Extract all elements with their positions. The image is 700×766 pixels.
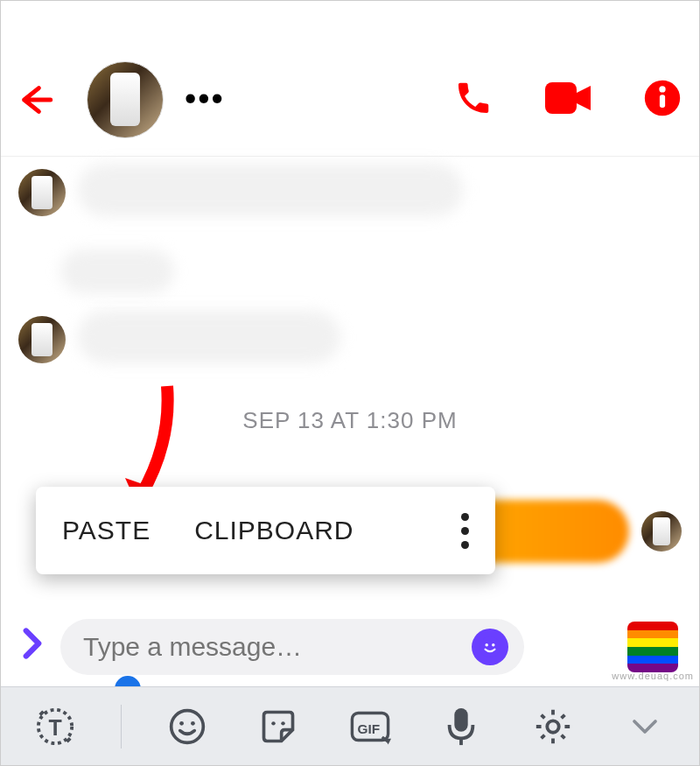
paste-button[interactable]: PASTE [62, 516, 150, 545]
back-arrow-icon [18, 82, 53, 117]
svg-rect-16 [455, 707, 468, 731]
emoji-button[interactable] [161, 707, 214, 746]
phone-icon [454, 79, 493, 117]
chevron-right-icon [22, 628, 43, 659]
contact-avatar[interactable] [87, 61, 164, 138]
svg-point-9 [171, 710, 203, 742]
clipboard-button[interactable]: CLIPBOARD [194, 516, 354, 545]
chevron-down-icon [632, 718, 658, 735]
watermark: www.deuaq.com [612, 671, 694, 681]
text-context-menu: PASTE CLIPBOARD [36, 487, 495, 574]
text-mode-icon: T [35, 706, 75, 747]
keyboard-toolbar: T GIF [1, 686, 699, 765]
svg-point-13 [281, 721, 284, 725]
emoji-icon [168, 707, 206, 746]
svg-text:T: T [49, 714, 62, 739]
sender-avatar[interactable] [18, 316, 66, 363]
message-input-wrap [60, 619, 524, 675]
svg-point-3 [659, 86, 665, 92]
svg-point-6 [492, 643, 494, 646]
info-icon [643, 79, 682, 117]
svg-rect-0 [545, 82, 577, 114]
voice-call-button[interactable] [454, 79, 493, 121]
more-button[interactable]: ••• [185, 81, 225, 118]
message-row [18, 164, 682, 216]
app-frame: ••• SEP 13 AT 1:30 PM [0, 0, 700, 766]
smile-icon [479, 636, 501, 658]
sender-avatar[interactable] [18, 169, 66, 216]
received-message[interactable] [78, 311, 340, 363]
settings-button[interactable] [527, 706, 579, 747]
svg-point-11 [191, 720, 195, 725]
svg-point-4 [480, 636, 500, 657]
gear-icon [533, 706, 573, 747]
emoji-picker-button[interactable] [472, 629, 508, 665]
timestamp-label: SEP 13 AT 1:30 PM [1, 407, 699, 434]
mic-icon [445, 706, 477, 747]
expand-composer-button[interactable] [22, 628, 43, 667]
video-call-button[interactable] [545, 81, 591, 119]
gif-icon: GIF [349, 707, 391, 746]
svg-point-5 [485, 643, 487, 646]
svg-point-10 [179, 720, 184, 725]
sticker-button[interactable] [252, 707, 304, 746]
sticker-icon [259, 707, 298, 746]
reaction-button[interactable] [627, 622, 678, 672]
info-button[interactable] [643, 79, 682, 121]
gif-button[interactable]: GIF [344, 707, 396, 746]
svg-point-18 [547, 720, 558, 732]
svg-point-12 [271, 721, 275, 725]
received-message[interactable] [60, 249, 174, 293]
svg-text:GIF: GIF [357, 720, 380, 735]
received-message[interactable] [78, 164, 463, 216]
separator [121, 705, 122, 748]
my-avatar [641, 511, 682, 552]
mic-button[interactable] [435, 706, 487, 747]
text-mode-button[interactable]: T [29, 706, 81, 747]
context-menu-more[interactable] [461, 513, 469, 549]
header-actions [454, 79, 682, 121]
message-row [18, 311, 682, 363]
back-button[interactable] [18, 82, 71, 117]
chat-header: ••• [1, 43, 699, 157]
svg-rect-2 [660, 95, 665, 108]
message-input[interactable] [83, 632, 472, 662]
video-icon [545, 81, 591, 116]
message-composer [1, 608, 699, 686]
collapse-button[interactable] [619, 718, 671, 735]
